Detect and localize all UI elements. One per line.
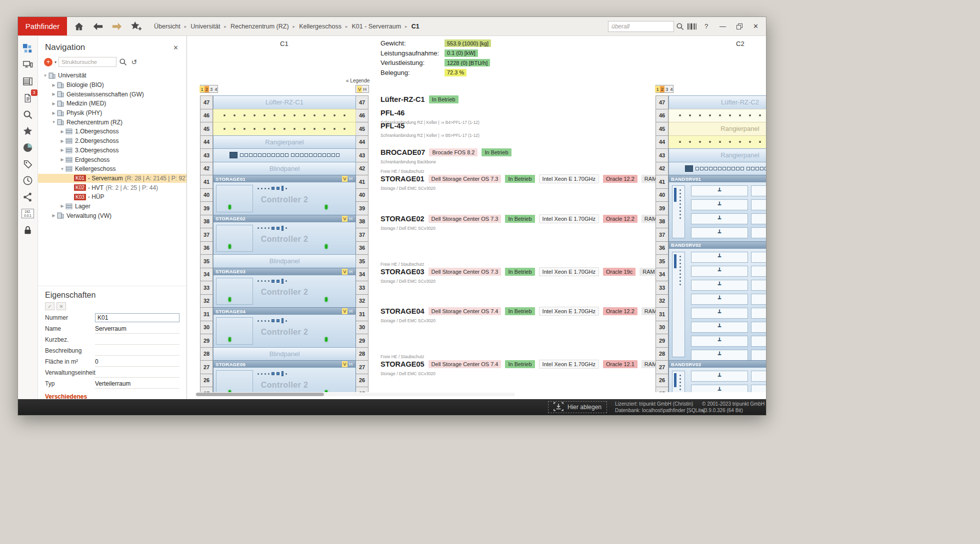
- discard-button[interactable]: ✕: [56, 302, 66, 310]
- history-icon[interactable]: [20, 174, 36, 187]
- tree-expand-icon[interactable]: ▶: [50, 101, 57, 106]
- tree-item-k02[interactable]: K02- HVT(R: 2 | A: 25 | P: 44): [38, 183, 186, 192]
- equipment-name[interactable]: STORAGE02: [380, 215, 424, 223]
- global-search-input[interactable]: [608, 21, 674, 32]
- tree-expand-icon[interactable]: ▶: [50, 92, 57, 96]
- tree-expand-icon[interactable]: ▶: [59, 129, 66, 134]
- rack-equipment-storage01[interactable]: STORAGE01VHController 2: [213, 175, 356, 215]
- property-value[interactable]: [95, 346, 180, 356]
- front-back-toggle[interactable]: VH: [342, 216, 354, 222]
- forward-icon[interactable]: [110, 19, 124, 33]
- equipment-name[interactable]: PFL-45: [380, 122, 404, 130]
- rack-equipment[interactable]: [213, 122, 356, 136]
- search-icon[interactable]: [20, 108, 36, 121]
- tree-expand-icon[interactable]: ▼: [59, 167, 66, 171]
- front-back-toggle[interactable]: VH: [342, 308, 354, 314]
- rack-equipment-bandsrv01[interactable]: BANDSRV01┻┻┻┻┻┻┻┻: [668, 175, 766, 242]
- property-value[interactable]: Verteilerraum: [95, 379, 180, 389]
- rack-equipment-storage03[interactable]: STORAGE03VHController 2: [213, 268, 356, 308]
- tree-expand-icon[interactable]: ▶: [59, 139, 66, 143]
- barcode-icon[interactable]: [686, 20, 698, 32]
- rack-view-icon[interactable]: [20, 75, 36, 88]
- tree-expand-icon[interactable]: ▼: [50, 120, 57, 124]
- front-back-toggle[interactable]: VH: [342, 176, 354, 182]
- tree-item[interactable]: ▶Erdgeschoss: [38, 155, 186, 164]
- breadcrumb-item[interactable]: K01 - Serverraum: [352, 23, 401, 30]
- tree-item[interactable]: ▼Rechenzentrum (RZ): [38, 117, 186, 127]
- refresh-icon[interactable]: ↺: [130, 57, 138, 66]
- tree-expand-icon[interactable]: ▶: [59, 148, 66, 152]
- lock-icon[interactable]: [20, 223, 36, 237]
- maximize-button[interactable]: [731, 19, 748, 34]
- tree-item-k03[interactable]: K03- HÜP: [38, 192, 186, 202]
- documents-icon[interactable]: 3: [20, 91, 36, 105]
- structure-search-input[interactable]: [58, 57, 116, 67]
- rack-equipment-blindpanel[interactable]: Blindpanel: [213, 254, 356, 268]
- properties-section-more[interactable]: Verschiedenes: [38, 389, 186, 399]
- rack-equipment-lüfter-rz-c1[interactable]: Lüfter-RZ-C1: [213, 95, 356, 109]
- legend-link[interactable]: « Legende: [346, 78, 370, 83]
- breadcrumb-item[interactable]: Übersicht: [154, 23, 180, 30]
- property-value[interactable]: 0: [95, 357, 180, 367]
- rack-equipment[interactable]: [213, 109, 356, 123]
- tree-expand-icon[interactable]: ▶: [50, 111, 57, 115]
- front-back-toggle[interactable]: VH: [342, 269, 354, 275]
- scrollbar-thumb[interactable]: [196, 393, 324, 396]
- tree-item[interactable]: ▶Verwaltung (VW): [38, 211, 186, 220]
- workplace-view-icon[interactable]: [20, 58, 36, 72]
- topology-icon[interactable]: [20, 190, 36, 204]
- property-value[interactable]: [95, 368, 180, 378]
- front-back-toggle[interactable]: VH: [342, 361, 354, 367]
- equipment-name[interactable]: STORAGE01: [380, 175, 424, 183]
- tree-item-k01[interactable]: K01- Serverraum(R: 28 | A: 2145 | P: 927…: [38, 174, 186, 183]
- rack-equipment-storage05[interactable]: STORAGE05VHController 2: [213, 360, 356, 392]
- statistics-icon[interactable]: [20, 141, 36, 154]
- help-button[interactable]: ?: [698, 19, 714, 34]
- home-icon[interactable]: [72, 19, 86, 33]
- rack-equipment[interactable]: [668, 162, 766, 176]
- rack-equipment-storage02[interactable]: STORAGE02VHController 2: [213, 215, 356, 255]
- drop-zone[interactable]: Hier ablegen: [548, 401, 607, 413]
- rack-equipment-blindpanel[interactable]: Blindpanel: [213, 347, 356, 361]
- property-value[interactable]: Serverraum: [95, 324, 180, 334]
- equipment-name[interactable]: Lüfter-RZ-C1: [380, 95, 425, 103]
- tree-item[interactable]: ▶3.Obergeschoss: [38, 146, 186, 155]
- tree-search-icon[interactable]: [118, 57, 128, 66]
- apply-button[interactable]: ✓: [45, 302, 54, 310]
- equipment-name[interactable]: STORAGE04: [380, 307, 424, 315]
- breadcrumb-item[interactable]: Universität: [190, 23, 220, 30]
- favorites-add-icon[interactable]: [129, 19, 143, 33]
- property-input[interactable]: [95, 313, 180, 322]
- property-value[interactable]: [95, 335, 180, 345]
- rack-equipment-blindpanel[interactable]: Blindpanel: [213, 162, 356, 176]
- minimize-button[interactable]: —: [714, 19, 731, 34]
- tree-item[interactable]: ▶Lager: [38, 202, 186, 211]
- rack-equipment-storage04[interactable]: STORAGE04VHController 2: [213, 307, 356, 348]
- close-panel-icon[interactable]: ✕: [170, 43, 182, 52]
- tree-item[interactable]: ▶2.Obergeschoss: [38, 136, 186, 146]
- breadcrumb-item[interactable]: C1: [412, 23, 420, 30]
- tree-expand-icon[interactable]: ▶: [50, 83, 57, 87]
- rack-equipment-rangierpanel[interactable]: Rangierpanel: [213, 135, 356, 149]
- equipment-name[interactable]: PFL-46: [380, 109, 404, 117]
- tree-item[interactable]: ▶Biologie (BIO): [38, 80, 186, 90]
- back-icon[interactable]: [91, 19, 105, 33]
- equipment-name[interactable]: STORAGE03: [380, 268, 424, 276]
- favorites-icon[interactable]: [20, 124, 36, 138]
- rack-equipment-bandsrv03[interactable]: BANDSRV03┻┻┻┻┻┻┻┻: [668, 360, 766, 392]
- add-node-caret-icon[interactable]: ▾: [54, 60, 56, 64]
- tree-expand-icon[interactable]: ▶: [59, 157, 66, 162]
- tree-expand-icon[interactable]: ▶: [50, 213, 57, 218]
- tree-expand-icon[interactable]: ▼: [42, 73, 48, 78]
- tree-item[interactable]: ▼Kellergeschoss: [38, 164, 186, 174]
- close-button[interactable]: ✕: [748, 19, 764, 34]
- horizontal-scrollbar[interactable]: [195, 393, 515, 396]
- tree-item[interactable]: ▼Universität: [38, 71, 186, 80]
- tags-icon[interactable]: [20, 157, 36, 171]
- rack-equipment[interactable]: [668, 109, 766, 123]
- rack-equipment[interactable]: [668, 135, 766, 149]
- tree-item[interactable]: ▶Physik (PHY): [38, 108, 186, 118]
- rack-equipment[interactable]: [213, 148, 356, 162]
- search-icon[interactable]: [674, 20, 686, 32]
- tree-item[interactable]: ▶1.Obergeschoss: [38, 127, 186, 136]
